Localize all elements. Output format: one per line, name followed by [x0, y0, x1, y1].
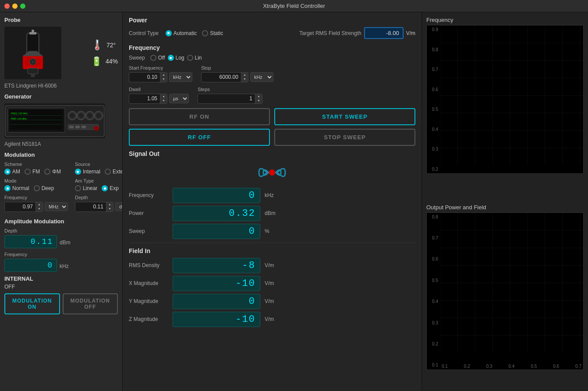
amtype-linear-radio[interactable] [75, 185, 81, 191]
dwell-down[interactable]: ▼ [160, 99, 167, 103]
center-panel: Power Control Type Automatic Static Targ… [123, 12, 422, 391]
mod-depth-down[interactable]: ▼ [106, 207, 113, 211]
scheme-fm-radio[interactable] [25, 169, 31, 175]
source-external[interactable]: External [105, 169, 123, 175]
amp-freq-unit: kHz [60, 263, 69, 269]
mode-deep-radio[interactable] [34, 185, 40, 191]
maximize-button[interactable] [20, 4, 25, 9]
scheme-am[interactable]: AM [4, 169, 20, 175]
ctrl-automatic[interactable]: Automatic [166, 30, 197, 36]
mode-normal-radio[interactable] [4, 185, 11, 191]
power-x-0.2: 0.2 [464, 364, 470, 369]
z-unit: V/m [265, 316, 278, 322]
sweep-row: Sweep Off Log Lin [129, 55, 415, 61]
modulation-on-button[interactable]: MODULATION ON [4, 293, 60, 314]
source-internal[interactable]: Internal [75, 169, 100, 175]
scheme-phim[interactable]: ΦM [44, 169, 61, 175]
z-row: Z Magnitude -10 V/m [129, 312, 415, 327]
ctrl-static[interactable]: Static [202, 30, 223, 36]
source-external-radio[interactable] [105, 169, 111, 175]
stop-freq-down[interactable]: ▼ [241, 77, 248, 81]
steps-up[interactable]: ▲ [255, 94, 262, 99]
amtype-exp-radio[interactable] [102, 185, 108, 191]
scheme-phim-radio[interactable] [44, 169, 50, 175]
signal-waves [255, 162, 290, 183]
steps-input[interactable]: 1 [198, 94, 255, 103]
rms-display: -8 [173, 258, 260, 273]
stop-freq-spinner[interactable]: 6000.00 ▲ ▼ [201, 72, 248, 82]
rf-sweep-buttons: RF ON START SWEEP [129, 108, 415, 125]
sweep-off[interactable]: Off [150, 55, 165, 61]
generator-image: FREQ: 0.97 MHz PWR: 0.32 dBm [4, 103, 105, 138]
mode-normal-label: Normal [12, 185, 29, 191]
mode-deep[interactable]: Deep [34, 185, 54, 191]
svg-point-30 [94, 126, 99, 130]
sweep-lin[interactable]: Lin [187, 55, 202, 61]
start-freq-unit[interactable]: kHz MHz [169, 72, 192, 82]
field-in-section: Field In RMS Density -8 V/m X Magnitude … [129, 247, 415, 327]
amtype-linear[interactable]: Linear [75, 185, 97, 191]
sweep-log-radio[interactable] [168, 55, 174, 61]
ctrl-automatic-radio[interactable] [166, 30, 172, 36]
minimize-button[interactable] [12, 4, 18, 9]
probe-section: Probe [4, 17, 118, 89]
signal-icon-area [129, 162, 415, 183]
mod-freq-up[interactable]: ▲ [36, 202, 43, 207]
sweep-log[interactable]: Log [168, 55, 184, 61]
svg-marker-7 [23, 51, 43, 56]
source-internal-radio[interactable] [75, 169, 81, 175]
svg-rect-29 [81, 126, 86, 128]
freq-y-0.2: 0.2 [427, 167, 438, 172]
steps-spinner[interactable]: 1 ▲ ▼ [198, 94, 262, 104]
mod-freq-spinner[interactable]: 0.97 ▲ ▼ [4, 202, 43, 212]
start-freq-up[interactable]: ▲ [160, 73, 167, 77]
stop-freq-input[interactable]: 6000.00 [202, 73, 241, 82]
mod-freq-input[interactable]: 0.97 [5, 202, 35, 211]
signal-power-display: 0.32 [173, 206, 260, 221]
mod-depth-input[interactable]: 0.11 [75, 202, 106, 211]
mod-depth-spinner[interactable]: 0.11 ▲ ▼ [75, 202, 113, 212]
amtype-exp[interactable]: Exp [102, 185, 119, 191]
mod-freq-unit[interactable]: MHz kHz [45, 202, 68, 211]
start-sweep-button[interactable]: START SWEEP [274, 108, 415, 125]
svg-point-4 [31, 60, 34, 63]
mod-freq-down[interactable]: ▼ [36, 207, 43, 211]
source-section: Source Internal External [75, 162, 123, 175]
ctrl-automatic-label: Automatic [174, 30, 197, 36]
mod-depth-unit[interactable]: dBm [115, 202, 123, 211]
rf-on-button[interactable]: RF ON [129, 108, 270, 125]
stop-sweep-button[interactable]: STOP SWEEP [274, 129, 415, 146]
scheme-am-radio[interactable] [4, 169, 11, 175]
stop-freq-unit[interactable]: kHz MHz [250, 72, 273, 82]
svg-rect-28 [75, 126, 80, 128]
mod-depth-up[interactable]: ▲ [106, 202, 113, 207]
dwell-up[interactable]: ▲ [160, 94, 167, 99]
sweep-lin-radio[interactable] [187, 55, 193, 61]
rf-off-button[interactable]: RF OFF [129, 129, 270, 146]
target-rms-input[interactable]: -8.00 [364, 27, 404, 39]
start-freq-down[interactable]: ▼ [160, 77, 167, 81]
left-panel: Probe [0, 12, 123, 391]
power-section: Power Control Type Automatic Static Targ… [129, 17, 415, 39]
sweep-off-label: Off [158, 55, 165, 61]
dwell-input[interactable]: 1.05 [129, 94, 160, 103]
ctrl-static-radio[interactable] [202, 30, 208, 36]
start-freq-spinner[interactable]: 0.10 ▲ ▼ [129, 72, 167, 82]
power-x-0.6: 0.6 [553, 364, 559, 369]
close-button[interactable] [4, 4, 10, 9]
scheme-fm[interactable]: FM [25, 169, 40, 175]
sweep-off-radio[interactable] [150, 55, 156, 61]
power-x-0.1: 0.1 [442, 364, 448, 369]
svg-rect-9 [32, 30, 34, 34]
dwell-spinner[interactable]: 1.05 ▲ ▼ [129, 94, 167, 104]
steps-group: Steps 1 ▲ ▼ [198, 87, 262, 104]
stop-freq-up[interactable]: ▲ [241, 73, 248, 77]
steps-down[interactable]: ▼ [255, 99, 262, 103]
modulation-off-button[interactable]: MODULATION OFF [63, 293, 118, 314]
mode-normal[interactable]: Normal [4, 185, 29, 191]
x-label: X Magnitude [129, 280, 168, 286]
dwell-unit[interactable]: µs ms [169, 94, 189, 103]
start-freq-input[interactable]: 0.10 [129, 73, 160, 82]
mod-depth-label: Depth [75, 195, 123, 200]
amtype-label: Am Type [75, 178, 123, 183]
